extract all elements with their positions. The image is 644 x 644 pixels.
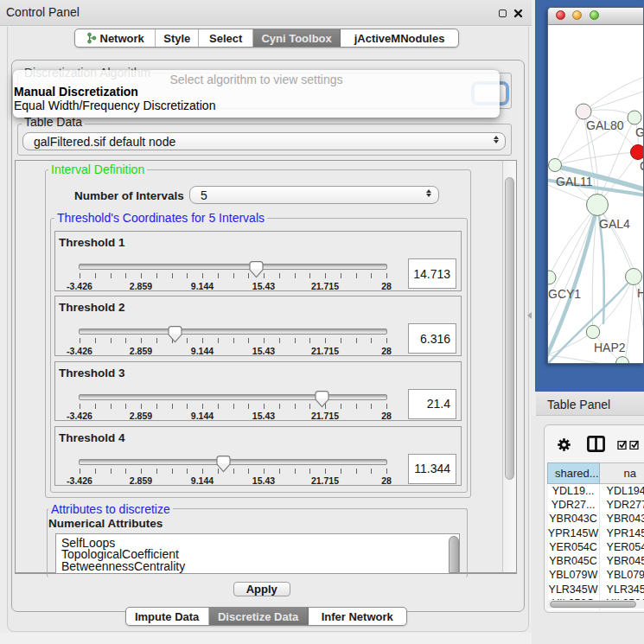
svg-text:H: H <box>637 286 644 300</box>
svg-text:GAL80: GAL80 <box>586 118 624 132</box>
svg-text:GA: GA <box>635 125 644 139</box>
svg-text:C: C <box>640 159 644 173</box>
svg-text:GAL11: GAL11 <box>556 175 593 188</box>
svg-text:HAP2: HAP2 <box>594 341 626 354</box>
svg-text:GAL4: GAL4 <box>599 217 630 231</box>
svg-text:GCY1: GCY1 <box>548 287 581 301</box>
